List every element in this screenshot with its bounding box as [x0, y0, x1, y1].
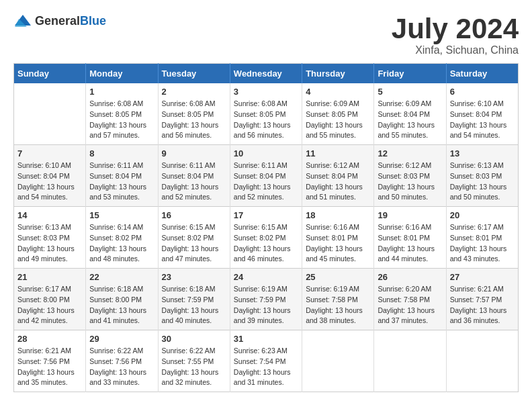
- day-number: 20: [450, 210, 515, 220]
- day-info: Sunrise: 6:20 AMSunset: 7:58 PMDaylight:…: [378, 284, 442, 326]
- calendar-cell: 8Sunrise: 6:11 AMSunset: 8:04 PMDaylight…: [86, 145, 158, 207]
- day-number: 9: [162, 148, 226, 158]
- day-number: 17: [234, 210, 298, 220]
- calendar-cell: [446, 330, 518, 392]
- calendar-cell: 6Sunrise: 6:10 AMSunset: 8:04 PMDaylight…: [446, 83, 518, 145]
- day-info: Sunrise: 6:13 AMSunset: 8:03 PMDaylight:…: [450, 161, 515, 203]
- calendar-cell: 15Sunrise: 6:14 AMSunset: 8:02 PMDayligh…: [86, 207, 158, 269]
- day-info: Sunrise: 6:11 AMSunset: 8:04 PMDaylight:…: [89, 161, 154, 203]
- calendar-cell: 5Sunrise: 6:09 AMSunset: 8:04 PMDaylight…: [374, 83, 446, 145]
- calendar-week-row: 28Sunrise: 6:21 AMSunset: 7:56 PMDayligh…: [14, 330, 519, 392]
- calendar-week-row: 14Sunrise: 6:13 AMSunset: 8:03 PMDayligh…: [14, 207, 519, 269]
- day-info: Sunrise: 6:17 AMSunset: 8:01 PMDaylight:…: [450, 222, 515, 265]
- day-number: 16: [162, 210, 226, 220]
- calendar-cell: 23Sunrise: 6:18 AMSunset: 7:59 PMDayligh…: [158, 269, 230, 330]
- calendar-cell: 7Sunrise: 6:10 AMSunset: 8:04 PMDaylight…: [14, 145, 86, 207]
- calendar-body: 1Sunrise: 6:08 AMSunset: 8:05 PMDaylight…: [14, 83, 519, 392]
- day-number: 14: [17, 210, 82, 220]
- calendar-cell: 1Sunrise: 6:08 AMSunset: 8:05 PMDaylight…: [86, 83, 158, 145]
- calendar-header: SundayMondayTuesdayWednesdayThursdayFrid…: [14, 64, 519, 84]
- calendar-cell: 2Sunrise: 6:08 AMSunset: 8:05 PMDaylight…: [158, 83, 230, 145]
- calendar-cell: 9Sunrise: 6:11 AMSunset: 8:04 PMDaylight…: [158, 145, 230, 207]
- logo-icon: [13, 13, 32, 28]
- day-info: Sunrise: 6:15 AMSunset: 8:02 PMDaylight:…: [234, 222, 298, 265]
- calendar-cell: 12Sunrise: 6:12 AMSunset: 8:03 PMDayligh…: [374, 145, 446, 207]
- weekday-header: Tuesday: [158, 64, 230, 84]
- weekday-header: Monday: [86, 64, 158, 84]
- day-number: 1: [89, 87, 154, 97]
- day-number: 5: [378, 87, 442, 97]
- month-title: July 2024: [392, 13, 519, 44]
- day-number: 12: [378, 148, 442, 158]
- calendar-cell: 25Sunrise: 6:19 AMSunset: 7:58 PMDayligh…: [302, 269, 374, 330]
- day-info: Sunrise: 6:19 AMSunset: 7:59 PMDaylight:…: [234, 284, 298, 326]
- day-info: Sunrise: 6:08 AMSunset: 8:05 PMDaylight:…: [162, 99, 226, 141]
- calendar-cell: 3Sunrise: 6:08 AMSunset: 8:05 PMDaylight…: [230, 83, 302, 145]
- calendar-cell: 26Sunrise: 6:20 AMSunset: 7:58 PMDayligh…: [374, 269, 446, 330]
- day-number: 15: [89, 210, 154, 220]
- day-number: 22: [89, 272, 154, 282]
- day-info: Sunrise: 6:15 AMSunset: 8:02 PMDaylight:…: [162, 222, 226, 265]
- day-number: 8: [89, 148, 154, 158]
- calendar-cell: 4Sunrise: 6:09 AMSunset: 8:05 PMDaylight…: [302, 83, 374, 145]
- calendar-cell: 18Sunrise: 6:16 AMSunset: 8:01 PMDayligh…: [302, 207, 374, 269]
- calendar-cell: [302, 330, 374, 392]
- day-info: Sunrise: 6:13 AMSunset: 8:03 PMDaylight:…: [17, 222, 82, 265]
- day-number: 2: [162, 87, 226, 97]
- calendar-week-row: 7Sunrise: 6:10 AMSunset: 8:04 PMDaylight…: [14, 145, 519, 207]
- day-number: 10: [234, 148, 298, 158]
- day-info: Sunrise: 6:22 AMSunset: 7:56 PMDaylight:…: [89, 346, 154, 388]
- day-number: 25: [306, 272, 370, 282]
- day-info: Sunrise: 6:09 AMSunset: 8:05 PMDaylight:…: [306, 99, 370, 141]
- day-info: Sunrise: 6:21 AMSunset: 7:56 PMDaylight:…: [17, 346, 82, 388]
- day-info: Sunrise: 6:14 AMSunset: 8:02 PMDaylight:…: [89, 222, 154, 265]
- day-info: Sunrise: 6:18 AMSunset: 8:00 PMDaylight:…: [89, 284, 154, 326]
- calendar-cell: 14Sunrise: 6:13 AMSunset: 8:03 PMDayligh…: [14, 207, 86, 269]
- calendar-cell: 28Sunrise: 6:21 AMSunset: 7:56 PMDayligh…: [14, 330, 86, 392]
- day-info: Sunrise: 6:17 AMSunset: 8:00 PMDaylight:…: [17, 284, 82, 326]
- calendar-cell: 21Sunrise: 6:17 AMSunset: 8:00 PMDayligh…: [14, 269, 86, 330]
- day-number: 11: [306, 148, 370, 158]
- calendar-cell: 10Sunrise: 6:11 AMSunset: 8:04 PMDayligh…: [230, 145, 302, 207]
- calendar-cell: 27Sunrise: 6:21 AMSunset: 7:57 PMDayligh…: [446, 269, 518, 330]
- location: Xinfa, Sichuan, China: [392, 44, 519, 56]
- day-info: Sunrise: 6:12 AMSunset: 8:03 PMDaylight:…: [378, 161, 442, 203]
- day-info: Sunrise: 6:16 AMSunset: 8:01 PMDaylight:…: [378, 222, 442, 265]
- day-info: Sunrise: 6:19 AMSunset: 7:58 PMDaylight:…: [306, 284, 370, 326]
- day-number: 29: [89, 334, 154, 344]
- calendar-table: SundayMondayTuesdayWednesdayThursdayFrid…: [13, 63, 519, 392]
- weekday-header: Sunday: [14, 64, 86, 84]
- calendar-cell: 24Sunrise: 6:19 AMSunset: 7:59 PMDayligh…: [230, 269, 302, 330]
- day-info: Sunrise: 6:11 AMSunset: 8:04 PMDaylight:…: [234, 161, 298, 203]
- day-info: Sunrise: 6:18 AMSunset: 7:59 PMDaylight:…: [162, 284, 226, 326]
- page-header: GeneralBlue July 2024 Xinfa, Sichuan, Ch…: [13, 13, 519, 56]
- day-info: Sunrise: 6:16 AMSunset: 8:01 PMDaylight:…: [306, 222, 370, 265]
- day-number: 30: [162, 334, 226, 344]
- calendar-cell: 22Sunrise: 6:18 AMSunset: 8:00 PMDayligh…: [86, 269, 158, 330]
- calendar-week-row: 1Sunrise: 6:08 AMSunset: 8:05 PMDaylight…: [14, 83, 519, 145]
- day-number: 18: [306, 210, 370, 220]
- weekday-header: Wednesday: [230, 64, 302, 84]
- calendar-week-row: 21Sunrise: 6:17 AMSunset: 8:00 PMDayligh…: [14, 269, 519, 330]
- title-area: July 2024 Xinfa, Sichuan, China: [392, 13, 519, 56]
- calendar-cell: [374, 330, 446, 392]
- day-info: Sunrise: 6:10 AMSunset: 8:04 PMDaylight:…: [17, 161, 82, 203]
- day-number: 13: [450, 148, 515, 158]
- calendar-cell: 31Sunrise: 6:23 AMSunset: 7:54 PMDayligh…: [230, 330, 302, 392]
- day-info: Sunrise: 6:21 AMSunset: 7:57 PMDaylight:…: [450, 284, 515, 326]
- day-info: Sunrise: 6:10 AMSunset: 8:04 PMDaylight:…: [450, 99, 515, 141]
- day-number: 4: [306, 87, 370, 97]
- calendar-cell: 11Sunrise: 6:12 AMSunset: 8:04 PMDayligh…: [302, 145, 374, 207]
- calendar-cell: 20Sunrise: 6:17 AMSunset: 8:01 PMDayligh…: [446, 207, 518, 269]
- calendar-cell: 19Sunrise: 6:16 AMSunset: 8:01 PMDayligh…: [374, 207, 446, 269]
- day-number: 6: [450, 87, 515, 97]
- weekday-row: SundayMondayTuesdayWednesdayThursdayFrid…: [14, 64, 519, 84]
- weekday-header: Thursday: [302, 64, 374, 84]
- day-number: 24: [234, 272, 298, 282]
- calendar-cell: [14, 83, 86, 145]
- day-number: 21: [17, 272, 82, 282]
- day-info: Sunrise: 6:23 AMSunset: 7:54 PMDaylight:…: [234, 346, 298, 388]
- day-info: Sunrise: 6:22 AMSunset: 7:55 PMDaylight:…: [162, 346, 226, 388]
- day-number: 31: [234, 334, 298, 344]
- logo: GeneralBlue: [13, 13, 106, 28]
